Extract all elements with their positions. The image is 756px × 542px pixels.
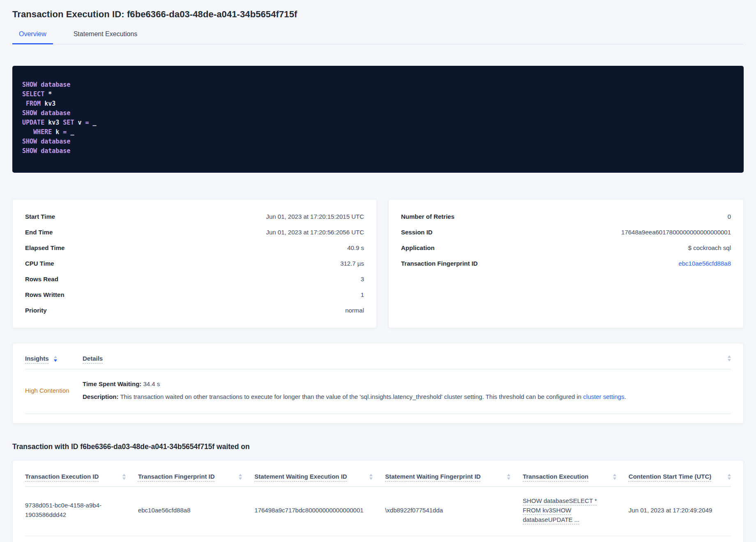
row-value: $ cockroach sql: [688, 244, 731, 251]
sort-desc-icon: [54, 359, 57, 362]
sort-icon[interactable]: [507, 474, 510, 480]
tab-statement-executions[interactable]: Statement Executions: [67, 30, 144, 44]
sql-line: WHERE k = _: [22, 127, 734, 137]
sql-statements-box: SHOW database SELECT * FROM kv3 SHOW dat…: [12, 66, 744, 173]
column-header-stmt-waiting-execution-id[interactable]: Statement Waiting Execution ID: [254, 473, 385, 480]
details-column-header[interactable]: Details: [83, 355, 728, 362]
cell-stmt-waiting-execution-id: 176498a9c717bdc80000000000000001: [254, 505, 385, 515]
insight-details: Time Spent Waiting: 34.4 s Description: …: [83, 380, 731, 401]
row-value: Jun 01, 2023 at 17:20:56:2056 UTC: [266, 229, 364, 236]
txn-execution-statement-text: SHOW databaseSELECT * FROM kv3SHOW datab…: [523, 497, 597, 523]
column-header-txn-execution[interactable]: Transaction Execution: [523, 473, 629, 480]
column-header-contention-start-time[interactable]: Contention Start Time (UTC): [629, 473, 731, 480]
summary-row-rows-read: Rows Read 3: [25, 271, 364, 287]
sql-keyword: =: [85, 119, 89, 126]
sql-line: SHOW database: [22, 146, 734, 156]
summary-row-priority: Priority normal: [25, 303, 364, 318]
column-header-label[interactable]: Statement Waiting Fingerprint ID: [385, 473, 481, 480]
sql-keyword: SET: [63, 119, 74, 126]
summary-row-end-time: End Time Jun 01, 2023 at 17:20:56:2056 U…: [25, 225, 364, 240]
waited-on-table-row: 9738d051-bc0e-4158-a9b4-1903586ddd42 ebc…: [25, 487, 731, 537]
insights-header-label[interactable]: Insights: [25, 355, 49, 362]
row-label: Session ID: [401, 229, 433, 236]
waiting-label: Time Spent Waiting:: [83, 380, 141, 387]
sql-text: _: [67, 128, 74, 136]
sort-desc-icon: [122, 477, 126, 480]
sort-asc-icon: [369, 474, 373, 476]
column-header-txn-fingerprint-id[interactable]: Transaction Fingerprint ID: [138, 473, 254, 480]
cell-contention-start-time: Jun 01, 2023 at 17:20:49:2049: [629, 505, 731, 515]
column-header-label[interactable]: Statement Waiting Execution ID: [254, 473, 347, 480]
sort-asc-icon: [613, 474, 616, 476]
waiting-value: 34.4 s: [141, 380, 160, 387]
cell-txn-execution-id: 9738d051-bc0e-4158-a9b4-1903586ddd42: [25, 500, 138, 520]
sort-desc-icon: [613, 477, 616, 480]
insight-type-badge: High Contention: [25, 387, 83, 394]
sql-keyword: FROM: [22, 100, 41, 107]
insight-description: Description: This transaction waited on …: [83, 392, 731, 401]
sql-line: SELECT *: [22, 90, 734, 99]
waited-on-heading: Transaction with ID f6be6366-da03-48de-a…: [12, 442, 744, 451]
transaction-fingerprint-link[interactable]: ebc10ae56cfd88a8: [678, 260, 731, 267]
sql-line: SHOW database: [22, 80, 734, 90]
sql-line: FROM kv3: [22, 99, 734, 109]
sql-keyword: SHOW database: [22, 138, 70, 145]
description-label: Description:: [83, 393, 119, 400]
sort-desc-icon: [239, 477, 242, 480]
sort-asc-icon: [54, 356, 57, 358]
waited-on-table-card: Transaction Execution ID Transaction Fin…: [12, 460, 744, 542]
sort-icon[interactable]: [122, 474, 126, 480]
tab-overview[interactable]: Overview: [12, 30, 53, 44]
row-value: 17648a9eea6017800000000000000001: [621, 229, 731, 236]
column-header-txn-execution-id[interactable]: Transaction Execution ID: [25, 473, 138, 480]
summary-row-rows-written: Rows Written 1: [25, 287, 364, 303]
row-value: 1: [361, 291, 364, 298]
column-header-label[interactable]: Transaction Fingerprint ID: [138, 473, 215, 480]
sort-icon[interactable]: [728, 474, 731, 480]
sort-asc-icon: [728, 355, 731, 358]
sort-icon[interactable]: [728, 355, 731, 361]
row-value: 40.9 s: [347, 244, 364, 251]
sort-asc-icon: [728, 474, 731, 476]
row-label: Rows Written: [25, 291, 65, 298]
sql-keyword: SELECT: [22, 90, 44, 98]
sql-line: SHOW database: [22, 109, 734, 118]
sql-keyword: UPDATE: [22, 119, 44, 126]
column-header-stmt-waiting-fingerprint-id[interactable]: Statement Waiting Fingerprint ID: [385, 473, 523, 480]
sql-keyword: WHERE: [22, 128, 52, 136]
txn-execution-statement-link[interactable]: SHOW databaseSELECT * FROM kv3SHOW datab…: [523, 496, 602, 525]
sort-icon[interactable]: [239, 474, 242, 480]
summary-row-cpu-time: CPU Time 312.7 µs: [25, 256, 364, 271]
cell-stmt-waiting-fingerprint-id: \xdb8922f077541dda: [385, 505, 523, 515]
sql-text: v: [74, 119, 85, 126]
cell-txn-fingerprint-id: ebc10ae56cfd88a8: [138, 505, 254, 515]
sort-desc-icon: [369, 477, 373, 480]
sort-icon[interactable]: [369, 474, 373, 480]
page-title: Transaction Execution ID: f6be6366-da03-…: [12, 9, 744, 20]
details-header-label[interactable]: Details: [83, 355, 103, 362]
summary-row-txn-fingerprint-id: Transaction Fingerprint ID ebc10ae56cfd8…: [401, 256, 731, 271]
sql-text: kv3: [44, 119, 63, 126]
column-header-label[interactable]: Transaction Execution: [523, 473, 588, 480]
sort-asc-icon: [239, 474, 242, 476]
column-header-label[interactable]: Contention Start Time (UTC): [629, 473, 711, 480]
row-label: Elapsed Time: [25, 244, 65, 251]
tab-bar: Overview Statement Executions: [12, 30, 744, 44]
table-footer-space: [25, 536, 731, 542]
row-label: Application: [401, 244, 435, 251]
transaction-details-page: Transaction Execution ID: f6be6366-da03-…: [0, 0, 756, 542]
insight-row: High Contention Time Spent Waiting: 34.4…: [25, 369, 731, 414]
insights-column-header[interactable]: Insights: [25, 355, 83, 362]
sort-icon[interactable]: [54, 356, 57, 362]
summary-row-retries: Number of Retries 0: [401, 209, 731, 225]
row-label: Number of Retries: [401, 213, 454, 220]
sort-icon[interactable]: [613, 474, 616, 480]
row-label: End Time: [25, 229, 53, 236]
description-period: .: [624, 393, 626, 400]
cluster-settings-link[interactable]: cluster settings: [583, 393, 624, 400]
sql-keyword: SHOW database: [22, 81, 70, 88]
txn-fingerprint-id-value: ebc10ae56cfd88a8: [138, 507, 191, 514]
sql-keyword: SHOW database: [22, 147, 70, 155]
column-header-label[interactable]: Transaction Execution ID: [25, 473, 99, 480]
sql-keyword: SHOW database: [22, 109, 70, 117]
